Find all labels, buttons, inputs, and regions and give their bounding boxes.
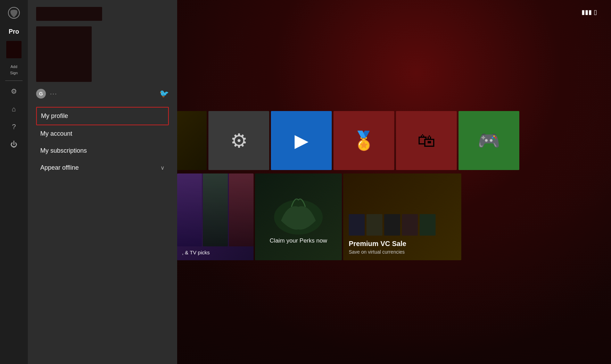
tv-picks-banner[interactable]: , & TV picks (177, 173, 254, 260)
my-subscriptions-menu-item[interactable]: My subscriptions (36, 142, 169, 159)
game-icon: 🎮 (478, 130, 500, 151)
my-subscriptions-label: My subscriptions (40, 147, 87, 154)
vc-subtitle: Save on virtual currencies (349, 249, 456, 255)
store-icon: 🛍 (418, 130, 436, 151)
appear-offline-label: Appear offline (40, 164, 79, 171)
partial-tile-left[interactable] (177, 111, 207, 170)
gamerscore-icon: G (36, 89, 46, 99)
settings-icon[interactable]: ⚙ (11, 87, 17, 95)
sidebar-add-label: Add (10, 65, 17, 69)
vc-thumb-2 (366, 214, 382, 236)
battery-indicator: ▮▮▮ ▯ (581, 8, 597, 16)
my-account-label: My account (40, 130, 72, 137)
media-tile[interactable]: ▶ (271, 111, 332, 170)
vc-thumb-1 (349, 214, 365, 236)
dragon-silhouette (271, 189, 326, 235)
sidebar: Pro Add Sign ⚙ ⌂ ? ⏻ (0, 0, 28, 364)
battery-icon: ▮▮▮ ▯ (581, 9, 597, 16)
green-game-tile[interactable]: 🎮 (459, 111, 519, 170)
xbox-logo-icon (8, 7, 20, 21)
chevron-down-icon: ∨ (160, 164, 165, 171)
home-icon[interactable]: ⌂ (12, 105, 16, 113)
power-icon[interactable]: ⏻ (10, 141, 17, 149)
settings-tile[interactable]: ⚙ (208, 111, 269, 170)
main-content: ⚙ ▶ 🏅 🛍 🎮 , & TV picks C (177, 0, 611, 364)
vc-sale-banner[interactable]: Premium VC Sale Save on virtual currenci… (343, 173, 461, 260)
appear-offline-menu-item[interactable]: Appear offline ∨ (36, 159, 169, 176)
profile-header-redacted (36, 7, 102, 21)
vc-thumbnails (349, 214, 456, 236)
perks-banner[interactable]: Claim your Perks now (255, 173, 342, 260)
tv-picks-text: , & TV picks (182, 249, 249, 255)
vc-thumb-5 (420, 214, 436, 236)
perks-text: Claim your Perks now (265, 237, 331, 244)
sidebar-sign-label: Sign (10, 71, 18, 75)
vc-thumb-3 (384, 214, 400, 236)
media-play-icon: ▶ (295, 130, 308, 151)
sidebar-profile-label: Pro (9, 28, 19, 35)
store-tile[interactable]: 🛍 (396, 111, 457, 170)
my-profile-menu-item[interactable]: My profile (36, 107, 169, 125)
vc-thumb-4 (402, 214, 418, 236)
my-profile-label: My profile (41, 112, 68, 120)
twitter-icon: 🐦 (159, 89, 169, 98)
settings-tile-icon: ⚙ (230, 129, 248, 152)
help-icon[interactable]: ? (12, 123, 16, 131)
profile-social-row: G ··· 🐦 (36, 89, 169, 99)
sidebar-bottom-icons: ⚙ ⌂ ? ⏻ (10, 87, 17, 149)
medal-icon: 🏅 (353, 130, 375, 151)
profile-dropdown-panel: G ··· 🐦 My profile My account My subscri… (28, 0, 177, 364)
sidebar-divider (5, 81, 23, 81)
sidebar-profile-thumbnail (6, 41, 22, 58)
profile-avatar-large (36, 26, 92, 82)
my-account-menu-item[interactable]: My account (36, 125, 169, 142)
profile-gamertag-redacted: ··· (50, 90, 57, 98)
vc-title: Premium VC Sale (349, 240, 456, 248)
achievements-tile[interactable]: 🏅 (333, 111, 394, 170)
